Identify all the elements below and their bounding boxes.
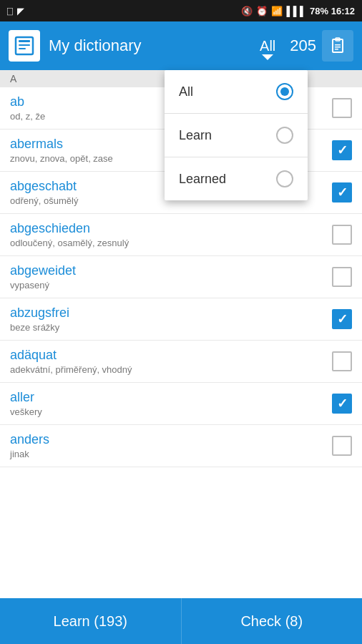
status-bar: ⎕ ◤ 🔇 ⏰ 📶 ▌▌▌ 78% 16:12 xyxy=(0,0,362,21)
word-count: 205 xyxy=(290,36,316,55)
word-checkbox[interactable] xyxy=(332,436,352,456)
word-info: aller veškery xyxy=(10,390,332,417)
filter-dropdown[interactable]: All xyxy=(260,38,275,54)
word-checkbox[interactable] xyxy=(332,182,352,203)
word-translation: vypasený xyxy=(10,280,332,291)
svg-rect-6 xyxy=(335,44,341,46)
learn-button[interactable]: Learn (193) xyxy=(0,598,182,644)
word-main: adäquat xyxy=(10,348,332,363)
app-icon xyxy=(9,30,40,62)
svg-rect-1 xyxy=(19,40,30,42)
filter-learn-label: Learn xyxy=(179,128,212,143)
word-info: abzugsfrei beze srážky xyxy=(10,306,332,333)
filter-all-option[interactable]: All xyxy=(165,70,308,114)
battery-text: 78% 16:12 xyxy=(310,6,355,16)
svg-rect-8 xyxy=(335,49,338,50)
app-title: My dictionary xyxy=(49,36,260,55)
filter-learned-option[interactable]: Learned xyxy=(165,157,308,200)
word-row[interactable]: abgeweidet vypasený xyxy=(0,256,362,298)
word-main: abgeweidet xyxy=(10,263,332,278)
filter-all-label: All xyxy=(179,84,193,99)
app-bar: My dictionary All 205 xyxy=(0,21,362,70)
check-button[interactable]: Check (8) xyxy=(182,598,363,644)
word-checkbox[interactable] xyxy=(332,225,352,245)
word-checkbox[interactable] xyxy=(332,309,352,329)
clipboard-button[interactable] xyxy=(322,30,353,62)
word-main: abgeschieden xyxy=(10,221,332,236)
mute-icon: 🔇 xyxy=(241,6,253,16)
filter-learn-option[interactable]: Learn xyxy=(165,114,308,157)
svg-rect-7 xyxy=(335,47,341,48)
word-row[interactable]: aller veškery xyxy=(0,383,362,425)
alarm-icon: ⏰ xyxy=(256,6,268,16)
filter-learned-label: Learned xyxy=(179,172,226,187)
word-checkbox[interactable] xyxy=(332,267,352,287)
filter-learn-radio[interactable] xyxy=(276,127,293,144)
word-checkbox[interactable] xyxy=(332,98,352,118)
word-row[interactable]: abzugsfrei beze srážky xyxy=(0,298,362,341)
word-info: abgeschieden odloučený, osamělý, zesnulý xyxy=(10,221,332,248)
filter-dropdown-menu: All Learn Learned xyxy=(165,70,308,200)
word-checkbox[interactable] xyxy=(332,351,352,371)
filter-learned-radio[interactable] xyxy=(276,170,293,187)
word-row[interactable]: anders jinak xyxy=(0,425,362,467)
svg-rect-3 xyxy=(19,48,26,49)
word-main: abzugsfrei xyxy=(10,306,332,321)
word-translation: adekvátní, přiměřený, vhodný xyxy=(10,364,332,375)
image-icon: ◤ xyxy=(17,6,24,16)
word-info: abgeweidet vypasený xyxy=(10,263,332,291)
status-bar-left: ⎕ ◤ xyxy=(7,6,24,16)
signal-icon: ▌▌▌ xyxy=(286,6,306,16)
word-info: adäquat adekvátní, přiměřený, vhodný xyxy=(10,348,332,375)
word-translation: jinak xyxy=(10,449,332,459)
word-checkbox[interactable] xyxy=(332,394,352,414)
usb-icon: ⎕ xyxy=(7,6,13,16)
status-bar-right: 🔇 ⏰ 📶 ▌▌▌ 78% 16:12 xyxy=(241,6,355,16)
word-main: aller xyxy=(10,390,332,405)
word-translation: veškery xyxy=(10,406,332,417)
filter-all-radio[interactable] xyxy=(276,83,293,100)
word-row[interactable]: adäquat adekvátní, přiměřený, vhodný xyxy=(0,341,362,383)
bottom-bar: Learn (193) Check (8) xyxy=(0,598,362,644)
word-row[interactable]: abgeschieden odloučený, osamělý, zesnulý xyxy=(0,214,362,256)
wifi-icon: 📶 xyxy=(271,6,283,16)
word-checkbox[interactable] xyxy=(332,140,352,160)
word-translation: beze srážky xyxy=(10,322,332,333)
word-translation: odloučený, osamělý, zesnulý xyxy=(10,238,332,248)
svg-rect-2 xyxy=(19,44,30,46)
word-info: anders jinak xyxy=(10,432,332,459)
word-main: anders xyxy=(10,432,332,447)
